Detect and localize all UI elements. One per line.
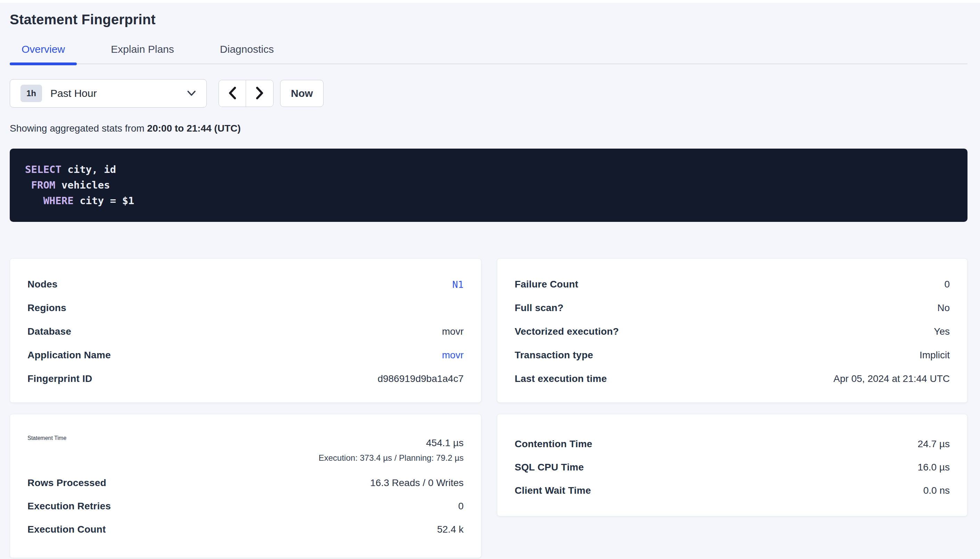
- time-range-select[interactable]: 1h Past Hour: [10, 79, 207, 108]
- chevron-down-icon: [186, 90, 197, 97]
- next-range-button[interactable]: [246, 80, 273, 107]
- statement-fingerprint-page: Statement Fingerprint Overview Explain P…: [0, 12, 980, 558]
- row-database: Database movr: [27, 320, 464, 343]
- row-regions: Regions: [27, 296, 464, 320]
- row-statement-time: Statement Time 454.1 µs Execution: 373.4…: [27, 435, 464, 465]
- node-link[interactable]: N1: [452, 279, 464, 290]
- stats-line-range: 20:00 to 21:44 (UTC): [147, 123, 240, 134]
- chevron-left-icon: [227, 85, 238, 102]
- row-execution-retries: Execution Retries 0: [27, 495, 464, 518]
- row-transaction-type: Transaction type Implicit: [515, 343, 950, 367]
- tab-overview[interactable]: Overview: [10, 43, 77, 63]
- application-link[interactable]: movr: [442, 350, 464, 361]
- aggregated-stats-line: Showing aggregated stats from 20:00 to 2…: [10, 123, 967, 134]
- row-nodes: Nodes N1: [27, 273, 464, 296]
- stats-line-prefix: Showing aggregated stats from: [10, 123, 147, 134]
- tab-bar: Overview Explain Plans Diagnostics: [10, 43, 967, 64]
- row-full-scan: Full scan? No: [515, 296, 950, 320]
- sql-statement-box: SELECT city, id FROM vehicles WHERE city…: [10, 149, 967, 222]
- tab-explain-plans[interactable]: Explain Plans: [99, 43, 186, 63]
- statement-time-breakdown: Execution: 373.4 µs / Planning: 79.2 µs: [319, 451, 464, 465]
- range-nav-group: [219, 80, 274, 107]
- summary-cards-grid: Nodes N1 Regions Database movr Applicati…: [10, 258, 967, 558]
- top-edge-strip: [0, 0, 980, 3]
- statement-time-value: 454.1 µs: [319, 435, 464, 451]
- time-range-label: Past Hour: [50, 88, 96, 99]
- page-title: Statement Fingerprint: [10, 12, 967, 27]
- row-fingerprint-id: Fingerprint ID d986919d9ba1a4c7: [27, 367, 464, 390]
- time-controls: 1h Past Hour Now: [10, 79, 967, 108]
- prev-range-button[interactable]: [219, 80, 246, 107]
- row-vectorized-execution: Vectorized execution? Yes: [515, 320, 950, 343]
- row-application-name: Application Name movr: [27, 343, 464, 367]
- card-execution-stats: Statement Time 454.1 µs Execution: 373.4…: [10, 414, 481, 558]
- tab-diagnostics[interactable]: Diagnostics: [208, 43, 286, 63]
- row-contention-time: Contention Time 24.7 µs: [515, 432, 950, 456]
- row-execution-count: Execution Count 52.4 k: [27, 518, 464, 541]
- row-client-wait-time: Client Wait Time 0.0 ns: [515, 479, 950, 502]
- now-button[interactable]: Now: [280, 80, 323, 107]
- row-failure-count: Failure Count 0: [515, 273, 950, 296]
- row-last-execution-time: Last execution time Apr 05, 2024 at 21:4…: [515, 367, 950, 390]
- card-execution-attributes: Failure Count 0 Full scan? No Vectorized…: [497, 258, 967, 403]
- row-rows-processed: Rows Processed 16.3 Reads / 0 Writes: [27, 471, 464, 495]
- card-wait-times: Contention Time 24.7 µs SQL CPU Time 16.…: [497, 414, 967, 516]
- interval-badge: 1h: [20, 85, 42, 102]
- sql-statement-text: SELECT city, id FROM vehicles WHERE city…: [25, 162, 952, 209]
- chevron-right-icon: [254, 85, 265, 102]
- row-sql-cpu-time: SQL CPU Time 16.0 µs: [515, 456, 950, 479]
- card-statement-details: Nodes N1 Regions Database movr Applicati…: [10, 258, 481, 403]
